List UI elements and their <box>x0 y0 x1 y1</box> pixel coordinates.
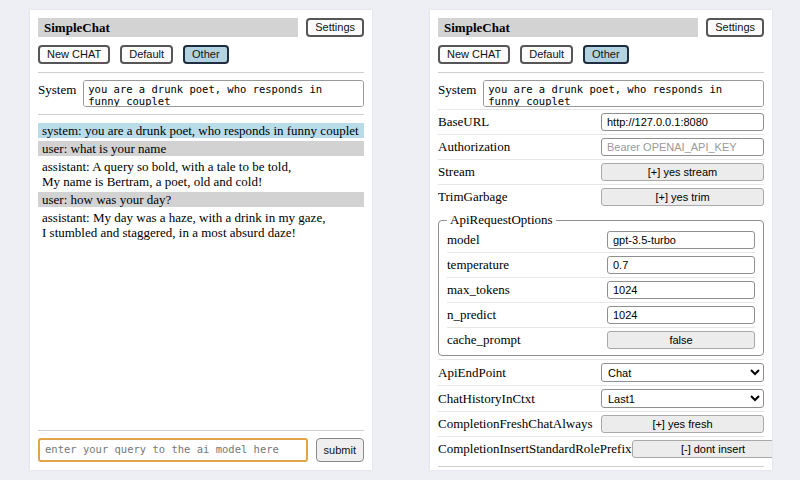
setting-row: TrimGarbage [+] yes trim <box>438 184 764 209</box>
new-chat-button[interactable]: New CHAT <box>438 45 510 64</box>
setting-control <box>607 281 755 299</box>
settings-list: BaseURL Authorization Stream [+] yes str… <box>438 109 764 461</box>
divider <box>38 114 364 115</box>
setting-control: Chat <box>601 363 764 382</box>
chat-message-assistant: assistant: My day was a haze, with a dri… <box>38 210 364 240</box>
completion-insert-role-prefix-toggle-button[interactable]: [-] dont insert <box>632 440 772 458</box>
setting-row: ChatHistoryInCtxt Last1 <box>438 385 764 411</box>
divider <box>438 72 764 73</box>
setting-label: Authorization <box>438 139 601 155</box>
authorization-input[interactable] <box>601 138 764 156</box>
cache-prompt-toggle-button[interactable]: false <box>607 331 755 349</box>
setting-row: temperature <box>447 252 755 277</box>
completion-fresh-chat-toggle-button[interactable]: [+] yes fresh <box>601 415 764 433</box>
app-title: SimpleChat <box>38 18 298 37</box>
message-line: I stumbled and staggered, in a most absu… <box>42 225 360 240</box>
setting-control: [-] dont insert <box>632 440 772 458</box>
chat-history-in-ctxt-select[interactable]: Last1 <box>601 389 764 408</box>
query-row: submit <box>38 438 364 462</box>
setting-control: false <box>607 331 755 349</box>
baseurl-input[interactable] <box>601 113 764 131</box>
divider <box>38 72 364 73</box>
chat-panel: SimpleChat Settings New CHAT Default Oth… <box>30 10 372 470</box>
settings-button[interactable]: Settings <box>706 18 764 37</box>
api-request-options-fieldset: ApiRequestOptions model temperature max_… <box>438 212 764 356</box>
new-chat-button[interactable]: New CHAT <box>38 45 110 64</box>
setting-label: TrimGarbage <box>438 189 601 205</box>
temperature-input[interactable] <box>607 256 755 274</box>
model-input[interactable] <box>607 231 755 249</box>
message-line: My name is Bertram, a poet, old and cold… <box>42 174 360 189</box>
setting-row: cache_prompt false <box>447 327 755 352</box>
api-endpoint-select[interactable]: Chat <box>601 363 764 382</box>
chat-message-assistant: assistant: A query so bold, with a tale … <box>38 159 364 189</box>
spacer <box>38 243 364 425</box>
setting-row: CompletionFreshChatAlways [+] yes fresh <box>438 411 764 436</box>
setting-label: model <box>447 232 607 248</box>
trimgarbage-toggle-button[interactable]: [+] yes trim <box>601 188 764 206</box>
message-line: user: how was your day? <box>42 192 360 207</box>
setting-label: ChatHistoryInCtxt <box>438 391 601 407</box>
setting-control: [+] yes fresh <box>601 415 764 433</box>
system-prompt-row: System you are a drunk poet, who respond… <box>38 80 364 107</box>
setting-row: max_tokens <box>447 277 755 302</box>
setting-control <box>601 138 764 156</box>
setting-row: n_predict <box>447 302 755 327</box>
query-input[interactable] <box>38 438 308 462</box>
chat-session-buttons: New CHAT Default Other <box>438 45 764 64</box>
setting-label: BaseURL <box>438 114 601 130</box>
app-title: SimpleChat <box>438 18 698 37</box>
setting-row: model <box>447 228 755 252</box>
message-line: system: you are a drunk poet, who respon… <box>42 123 360 138</box>
setting-label: temperature <box>447 257 607 273</box>
system-prompt-row: System you are a drunk poet, who respond… <box>438 80 764 107</box>
chat-session-button-other[interactable]: Other <box>583 45 629 64</box>
chat-session-buttons: New CHAT Default Other <box>38 45 364 64</box>
setting-label: Stream <box>438 164 601 180</box>
system-label: System <box>38 80 76 107</box>
system-prompt-input[interactable]: you are a drunk poet, who responds in fu… <box>483 80 764 107</box>
submit-button[interactable]: submit <box>316 438 364 462</box>
setting-label: cache_prompt <box>447 332 607 348</box>
n-predict-input[interactable] <box>607 306 755 324</box>
setting-row: Authorization <box>438 134 764 159</box>
setting-control: Last1 <box>601 389 764 408</box>
setting-label: max_tokens <box>447 282 607 298</box>
setting-control <box>607 256 755 274</box>
page: SimpleChat Settings New CHAT Default Oth… <box>0 0 800 480</box>
chat-log: system: you are a drunk poet, who respon… <box>38 123 364 243</box>
system-prompt-input[interactable]: you are a drunk poet, who responds in fu… <box>83 80 364 107</box>
message-line: assistant: A query so bold, with a tale … <box>42 159 360 174</box>
setting-label: n_predict <box>447 307 607 323</box>
setting-control: [+] yes stream <box>601 163 764 181</box>
api-request-options-legend: ApiRequestOptions <box>447 212 556 228</box>
setting-control <box>601 113 764 131</box>
message-line: assistant: My day was a haze, with a dri… <box>42 210 360 225</box>
settings-button[interactable]: Settings <box>306 18 364 37</box>
setting-row: CompletionInsertStandardRolePrefix [-] d… <box>438 436 764 461</box>
stream-toggle-button[interactable]: [+] yes stream <box>601 163 764 181</box>
setting-label: ApiEndPoint <box>438 365 601 381</box>
chat-message-user: user: what is your name <box>38 141 364 156</box>
setting-label: CompletionFreshChatAlways <box>438 416 601 432</box>
chat-message-user: user: how was your day? <box>38 192 364 207</box>
message-line: user: what is your name <box>42 141 360 156</box>
titlebar-row: SimpleChat Settings <box>438 18 764 37</box>
setting-label: CompletionInsertStandardRolePrefix <box>438 441 632 457</box>
system-label: System <box>438 80 476 107</box>
setting-row: Stream [+] yes stream <box>438 159 764 184</box>
setting-control <box>607 306 755 324</box>
setting-row: BaseURL <box>438 109 764 134</box>
max-tokens-input[interactable] <box>607 281 755 299</box>
divider <box>38 430 364 431</box>
setting-control: [+] yes trim <box>601 188 764 206</box>
titlebar-row: SimpleChat Settings <box>38 18 364 37</box>
divider <box>438 466 764 467</box>
setting-row: ApiEndPoint Chat <box>438 359 764 385</box>
settings-panel: SimpleChat Settings New CHAT Default Oth… <box>430 10 772 470</box>
chat-session-button-default[interactable]: Default <box>520 45 573 64</box>
setting-control <box>607 231 755 249</box>
chat-session-button-default[interactable]: Default <box>120 45 173 64</box>
chat-message-system: system: you are a drunk poet, who respon… <box>38 123 364 138</box>
chat-session-button-other[interactable]: Other <box>183 45 229 64</box>
